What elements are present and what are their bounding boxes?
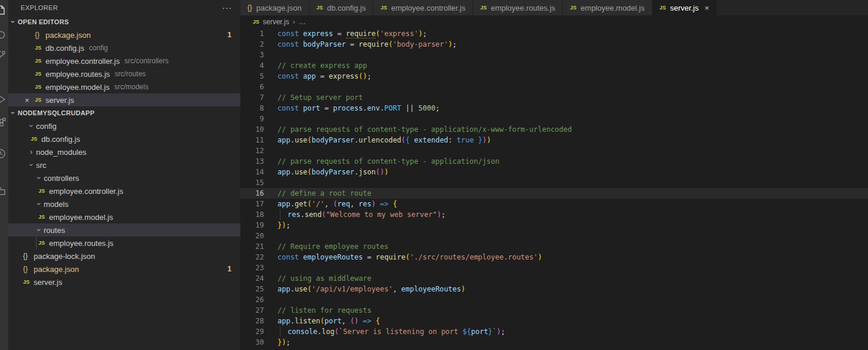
code-line[interactable]: 18res.send("Welcome to my web server");: [240, 209, 868, 220]
code-text: // listen for requests: [264, 305, 371, 316]
tree-item-employee.routes.js[interactable]: JSemployee.routes.js: [8, 236, 240, 249]
tree-item-employee.model.js[interactable]: JSemployee.model.js: [8, 210, 240, 223]
code-line[interactable]: 15: [240, 177, 868, 188]
code-line[interactable]: 29console.log(`Server is listening on po…: [240, 326, 868, 337]
tab-db.config.js[interactable]: JSdb.config.js: [309, 0, 374, 15]
file-label: employee.routes.js: [49, 239, 113, 248]
code-line[interactable]: 19});: [240, 220, 868, 231]
tree-item-src[interactable]: ›src: [8, 158, 240, 171]
code-text: // Require employee routes: [264, 241, 389, 252]
code-line[interactable]: 3: [240, 50, 868, 60]
code-line[interactable]: 26: [240, 294, 868, 305]
tab-employee.routes.js[interactable]: JSemployee.routes.js: [473, 0, 563, 15]
line-number: 13: [240, 156, 264, 167]
open-editor-employee.controller.js[interactable]: JSemployee.controller.jssrc/controllers: [8, 54, 240, 67]
source-control-icon[interactable]: [0, 47, 8, 61]
folder-label: node_modules: [36, 148, 86, 157]
chevron-right-icon: ›: [27, 145, 36, 158]
file-label: package.json: [34, 265, 79, 274]
code-line[interactable]: 27// listen for requests: [240, 305, 868, 316]
code-text: [264, 114, 278, 124]
code-text: [264, 145, 278, 156]
file-label: db.config.js: [45, 44, 84, 53]
js-file-icon: JS: [316, 5, 323, 11]
tree-item-models[interactable]: ›models: [8, 197, 240, 210]
open-editor-employee.routes.js[interactable]: JSemployee.routes.jssrc/routes: [8, 67, 240, 80]
code-line[interactable]: 8const port = process.env.PORT || 5000;: [240, 103, 868, 114]
tab-package.json[interactable]: {}package.json: [240, 0, 309, 15]
problems-badge: 1: [227, 265, 231, 273]
close-icon[interactable]: ×: [25, 96, 35, 105]
tab-employee.model.js[interactable]: JSemployee.model.js: [563, 0, 652, 15]
explorer-sidebar: EXPLORER ··· › OPEN EDITORS {}package.js…: [8, 0, 240, 350]
extensions-icon[interactable]: [0, 116, 8, 130]
line-number: 18: [240, 209, 264, 220]
code-line[interactable]: 11app.use(bodyParser.urlencoded({ extend…: [240, 135, 868, 145]
code-text: app.use(bodyParser.urlencoded({ extended…: [264, 135, 491, 145]
js-file-icon: JS: [380, 5, 387, 11]
tree-item-routes[interactable]: ›routes: [8, 223, 240, 236]
json-file-icon: {}: [35, 31, 45, 39]
code-line[interactable]: 10// parse requests of content-type - ap…: [240, 124, 868, 135]
line-number: 17: [240, 199, 264, 209]
file-label: employee.controller.js: [49, 187, 123, 196]
tree-item-node_modules[interactable]: ›node_modules: [8, 145, 240, 158]
code-line[interactable]: 28app.listen(port, () => {: [240, 316, 868, 326]
open-editor-employee.model.js[interactable]: JSemployee.model.jssrc/models: [8, 80, 240, 93]
breadcrumb-file[interactable]: server.js: [263, 18, 289, 26]
code-line[interactable]: 12: [240, 145, 868, 156]
folder-icon[interactable]: [0, 184, 8, 198]
code-line[interactable]: 13// parse requests of content-type - ap…: [240, 156, 868, 167]
code-line[interactable]: 9: [240, 114, 868, 124]
run-debug-icon[interactable]: [0, 92, 8, 106]
chevron-down-icon: ›: [34, 171, 44, 184]
timeline-icon[interactable]: [0, 147, 8, 161]
code-line[interactable]: 6: [240, 82, 868, 92]
file-label: employee.controller.js: [45, 57, 120, 66]
js-file-icon: JS: [35, 97, 45, 103]
open-editor-package.json[interactable]: {}package.json1: [8, 28, 240, 41]
code-line[interactable]: 7// Setup server port: [240, 92, 868, 103]
tree-item-employee.controller.js[interactable]: JSemployee.controller.js: [8, 184, 240, 197]
open-editor-db.config.js[interactable]: JSdb.config.jsconfig: [8, 41, 240, 54]
code-line[interactable]: 22const employeeRoutes = require('./src/…: [240, 252, 868, 262]
code-line[interactable]: 30});: [240, 337, 868, 348]
file-label: server.js: [34, 278, 62, 287]
tree-item-package-lock.json[interactable]: {}package-lock.json: [8, 249, 240, 262]
code-line[interactable]: 21// Require employee routes: [240, 241, 868, 252]
code-line[interactable]: 2const bodyParser = require('body-parser…: [240, 39, 868, 50]
tree-item-db.config.js[interactable]: JSdb.config.js: [8, 132, 240, 145]
tab-employee.controller.js[interactable]: JSemployee.controller.js: [373, 0, 473, 15]
activity-bar: [0, 0, 8, 350]
tree-item-server.js[interactable]: JSserver.js: [8, 276, 240, 289]
workspace-root-header[interactable]: › NODEMYSQLCRUDAPP: [8, 106, 240, 119]
code-line[interactable]: 25app.use('/api/v1/employees', employeeR…: [240, 284, 868, 294]
line-number: 16: [240, 188, 264, 199]
tree-item-config[interactable]: ›config: [8, 119, 240, 132]
js-file-icon: JS: [480, 5, 487, 11]
code-area[interactable]: 1const express = require('express');2con…: [240, 28, 868, 350]
code-line[interactable]: 17app.get('/', (req, res) => {: [240, 199, 868, 209]
code-line[interactable]: 4// create express app: [240, 60, 868, 71]
explorer-actions-icon[interactable]: ···: [222, 3, 232, 12]
code-line[interactable]: 5const app = express();: [240, 71, 868, 82]
tab-server.js[interactable]: JSserver.js×: [652, 0, 717, 15]
open-editor-server.js[interactable]: ×JSserver.js: [8, 93, 240, 106]
search-icon[interactable]: [0, 28, 8, 43]
code-line[interactable]: 14app.use(bodyParser.json()): [240, 167, 868, 177]
file-path: src/models: [114, 83, 148, 91]
breadcrumb[interactable]: JS server.js › …: [240, 15, 868, 28]
open-editors-header[interactable]: › OPEN EDITORS: [8, 15, 240, 28]
code-line[interactable]: 16// define a root route: [240, 188, 868, 199]
code-text: console.log(`Server is listening on port…: [264, 326, 505, 337]
tree-item-controllers[interactable]: ›controllers: [8, 171, 240, 184]
code-line[interactable]: 1const express = require('express');: [240, 28, 868, 39]
breadcrumb-more[interactable]: …: [299, 18, 306, 26]
explorer-icon[interactable]: [0, 3, 8, 17]
code-line[interactable]: 24// using as middleware: [240, 273, 868, 284]
close-icon[interactable]: ×: [704, 4, 709, 12]
tree-item-package.json[interactable]: {}package.json1: [8, 262, 240, 276]
code-line[interactable]: 23: [240, 262, 868, 273]
code-text: app.listen(port, () => {: [264, 316, 380, 326]
code-line[interactable]: 20: [240, 231, 868, 241]
